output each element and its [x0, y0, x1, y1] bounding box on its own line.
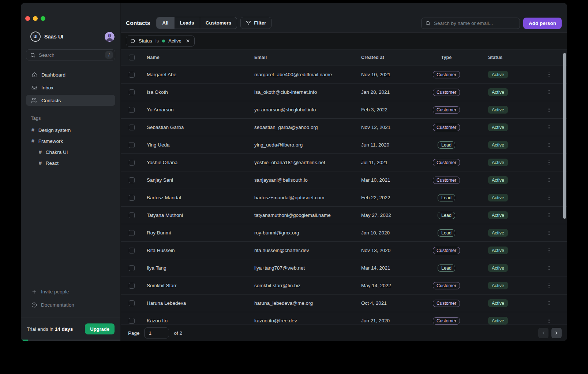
sidebar-item-contacts[interactable]: Contacts [26, 95, 115, 106]
row-checkbox[interactable] [129, 212, 135, 218]
table-row[interactable]: Kazuo Ito kazuo.ito@free.dev Jun 21, 202… [121, 312, 567, 325]
sidebar-item-inbox[interactable]: Inbox [26, 82, 115, 93]
row-menu-button[interactable] [545, 229, 553, 237]
avatar-image [105, 32, 115, 42]
row-checkbox[interactable] [129, 89, 135, 95]
chevron-left-icon [541, 330, 546, 336]
row-checkbox[interactable] [129, 160, 135, 166]
invite-people-link[interactable]: Invite people [26, 286, 115, 297]
row-menu-button[interactable] [545, 158, 553, 167]
sidebar-search-input[interactable] [39, 52, 102, 58]
row-menu-button[interactable] [545, 264, 553, 272]
row-checkbox[interactable] [129, 195, 135, 201]
row-menu-button[interactable] [545, 105, 553, 114]
filter-button[interactable]: Filter [240, 17, 271, 29]
tab-leads[interactable]: Leads [175, 17, 200, 29]
row-cell-name: Isa Okoth [147, 89, 254, 95]
tag-design-system[interactable]: # Design system [26, 125, 115, 136]
row-checkbox[interactable] [129, 177, 135, 183]
table-scrollbar-thumb[interactable] [563, 53, 566, 219]
add-person-button[interactable]: Add person [523, 18, 562, 29]
table-row[interactable]: Tatyana Muthoni tatyanamuthoni@googlemai… [121, 207, 567, 224]
status-filter-chip[interactable]: Status is Active [126, 36, 195, 47]
minimize-window-button[interactable] [33, 16, 38, 21]
row-menu-button[interactable] [545, 299, 553, 307]
tab-all[interactable]: All [157, 17, 174, 29]
row-menu-button[interactable] [545, 88, 553, 96]
type-badge: Customer [433, 282, 460, 289]
row-checkbox[interactable] [129, 265, 135, 271]
search-icon [425, 21, 431, 26]
remove-filter-icon[interactable] [186, 38, 190, 43]
row-cell-actions [531, 88, 567, 96]
table-row[interactable]: Yu Arnarson yu-arnarson@sbcglobal.info F… [121, 101, 567, 119]
contacts-search[interactable] [421, 18, 520, 29]
column-header-email: Email [254, 55, 361, 60]
row-cell-created: May 27, 2022 [361, 212, 421, 218]
table-row[interactable]: Isa Okoth isa_okoth@club-internet.info J… [121, 84, 567, 101]
tag-framework[interactable]: # Framework [26, 136, 115, 147]
table-row[interactable]: Bartosz Mandal bartosz+mandal@optusnet.c… [121, 189, 567, 207]
row-checkbox[interactable] [129, 72, 135, 78]
contacts-search-input[interactable] [434, 21, 516, 26]
tag-react[interactable]: # React [26, 158, 115, 169]
user-avatar[interactable] [105, 32, 115, 42]
zoom-window-button[interactable] [41, 16, 45, 21]
page-number-input[interactable] [144, 327, 169, 338]
row-cell-email: tatyanamuthoni@googlemail.name [254, 212, 361, 218]
tag-chakra-ui[interactable]: # Chakra UI [26, 147, 115, 158]
row-menu-button[interactable] [545, 70, 553, 79]
table-row[interactable]: Ilya Tang ilya+tang787@web.net Mar 14, 2… [121, 259, 567, 277]
row-cell-type: Customer [421, 71, 472, 78]
row-menu-button[interactable] [545, 316, 553, 325]
row-checkbox[interactable] [129, 125, 135, 130]
kebab-menu-icon [546, 72, 552, 77]
table-row[interactable]: Haruna Lebedeva haruna_lebedeva@me.org O… [121, 295, 567, 312]
documentation-link[interactable]: Documentation [26, 299, 115, 310]
row-checkbox[interactable] [129, 230, 135, 236]
table-row[interactable]: Somkhit Starr somkhit.starr@tin.biz May … [121, 277, 567, 295]
row-checkbox[interactable] [129, 283, 135, 289]
close-window-button[interactable] [25, 16, 30, 21]
row-menu-button[interactable] [545, 281, 553, 290]
row-cell-checkbox [121, 107, 147, 113]
row-menu-button[interactable] [545, 211, 553, 219]
row-menu-button[interactable] [545, 176, 553, 184]
row-menu-button[interactable] [545, 246, 553, 255]
row-checkbox[interactable] [129, 248, 135, 253]
row-menu-button[interactable] [545, 141, 553, 149]
type-badge: Lead [438, 229, 455, 237]
row-cell-actions [531, 158, 567, 167]
row-cell-email: yoshie_ohana181@earthlink.net [254, 160, 361, 165]
sidebar-item-label: Dashboard [41, 72, 65, 78]
row-checkbox[interactable] [129, 318, 135, 324]
sidebar-search[interactable]: / [26, 49, 115, 60]
table-row[interactable]: Ying Ueda ying_ueda@libero.org Jun 11, 2… [121, 136, 567, 154]
row-menu-button[interactable] [545, 123, 553, 132]
row-menu-button[interactable] [545, 193, 553, 202]
sidebar-item-dashboard[interactable]: Dashboard [26, 69, 115, 80]
table-row[interactable]: Roy Bunmi roy-bunmi@gmx.org Jan 10, 2020… [121, 224, 567, 242]
previous-page-button[interactable] [538, 328, 548, 338]
row-cell-name: Somkhit Starr [147, 283, 254, 288]
page-label: Page [128, 330, 140, 336]
row-checkbox[interactable] [129, 300, 135, 306]
table-row[interactable]: Margaret Abe margaret_abe400@rediffmail.… [121, 66, 567, 84]
row-checkbox[interactable] [129, 107, 135, 113]
table-row[interactable]: Rita Hussein rita.hussein@charter.dev No… [121, 242, 567, 259]
table-row[interactable]: Sebastian Garba sebastian_garba@yahoo.or… [121, 119, 567, 136]
select-all-checkbox[interactable] [129, 55, 135, 60]
tab-customers[interactable]: Customers [200, 17, 237, 29]
row-cell-email: ilya+tang787@web.net [254, 265, 361, 271]
table-row[interactable]: Yoshie Ohana yoshie_ohana181@earthlink.n… [121, 154, 567, 171]
kebab-menu-icon [546, 283, 552, 288]
table-row[interactable]: Sanjay Sani sanjaysani@bellsouth.io Mar … [121, 171, 567, 189]
row-cell-type: Customer [421, 177, 472, 184]
row-cell-checkbox [121, 230, 147, 236]
row-cell-email: sanjaysani@bellsouth.io [254, 177, 361, 183]
row-cell-type: Lead [421, 264, 472, 272]
page-title: Contacts [126, 17, 150, 29]
next-page-button[interactable] [551, 328, 562, 338]
row-checkbox[interactable] [129, 142, 135, 148]
upgrade-button[interactable]: Upgrade [85, 323, 115, 334]
